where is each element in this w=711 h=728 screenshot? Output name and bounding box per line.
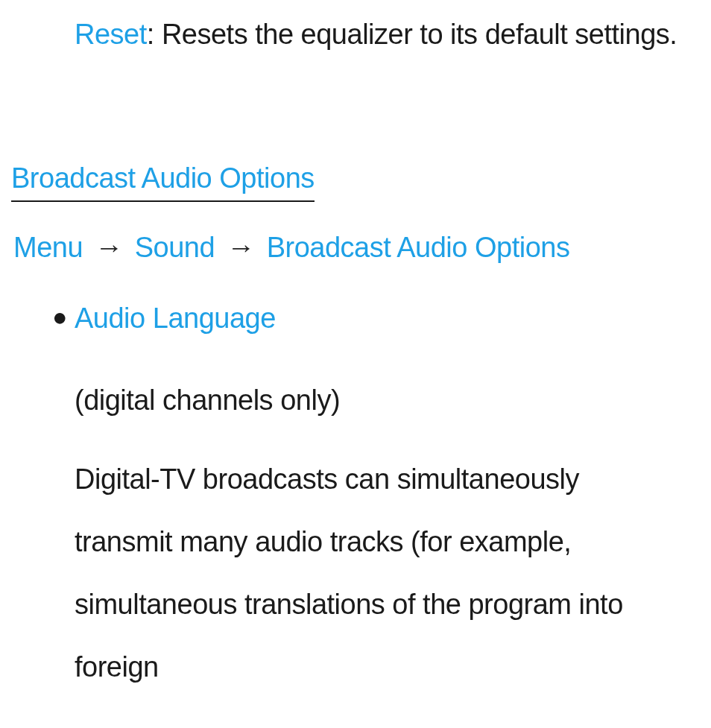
reset-description: : Resets the equalizer to its default se… <box>147 19 677 50</box>
section: Broadcast Audio Options <box>0 66 711 202</box>
reset-definition: Reset: Resets the equalizer to its defau… <box>75 3 681 66</box>
item-body: Digital-TV broadcasts can simultaneously… <box>75 448 666 698</box>
reset-term: Reset <box>75 19 147 50</box>
manual-page: Reset: Resets the equalizer to its defau… <box>0 0 711 698</box>
list-item: ● Audio Language <box>52 303 711 335</box>
breadcrumb-bao: Broadcast Audio Options <box>267 232 570 263</box>
item-label: Audio Language <box>75 303 711 335</box>
arrow-right-icon: → <box>95 232 123 263</box>
bullet-icon: ● <box>52 303 75 331</box>
item-note: (digital channels only) <box>75 369 674 431</box>
breadcrumb-sound: Sound <box>135 232 215 263</box>
section-heading: Broadcast Audio Options <box>11 162 315 202</box>
breadcrumb: Menu → Sound → Broadcast Audio Options <box>13 232 711 264</box>
arrow-right-icon: → <box>227 232 255 263</box>
breadcrumb-menu: Menu <box>13 232 83 263</box>
